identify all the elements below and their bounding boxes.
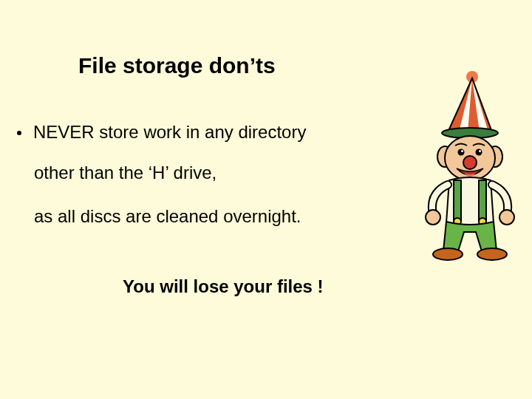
svg-point-12 [461, 150, 463, 152]
warning-text: You will lose your files ! [123, 276, 324, 297]
svg-point-22 [477, 248, 507, 260]
svg-point-20 [499, 210, 514, 225]
bullet-line-1: NEVER store work in any directory [33, 122, 306, 143]
svg-rect-15 [454, 180, 461, 220]
svg-point-10 [458, 149, 465, 156]
svg-point-14 [463, 156, 477, 169]
bullet-line-2: other than the ‘H’ drive, [34, 163, 216, 183]
svg-point-11 [476, 149, 482, 156]
bullet-dot-icon [17, 131, 21, 135]
svg-rect-16 [479, 180, 486, 220]
bullet-line-3: as all discs are cleaned overnight. [34, 206, 301, 227]
svg-point-13 [479, 150, 481, 152]
slide-title: File storage don’ts [78, 53, 276, 78]
bullet-item: NEVER store work in any directory [17, 122, 306, 143]
clown-character-icon [396, 69, 529, 262]
svg-point-21 [433, 248, 463, 260]
svg-point-19 [426, 210, 440, 225]
